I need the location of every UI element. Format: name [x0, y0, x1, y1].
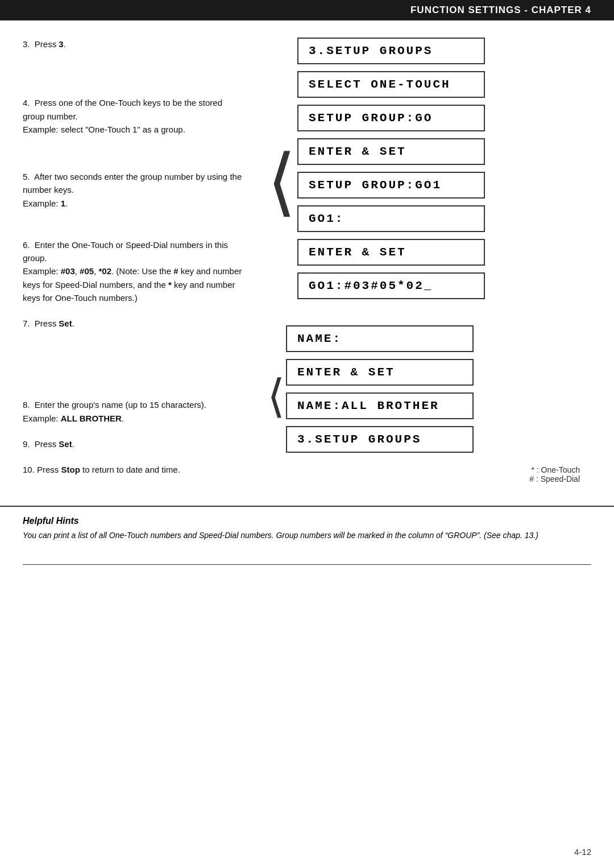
lcd-name-all-brother: NAME:ALL BROTHER [286, 392, 474, 419]
lcd-group-2: ⟨ NAME: ENTER & SET NAME:ALL BROTHER 3.S… [273, 325, 474, 456]
step-5: 5. After two seconds enter the group num… [23, 170, 244, 210]
lcd-setup-groups-1: 3.SETUP GROUPS [297, 38, 485, 64]
lcd-go1-numbers: GO1:#03#05*02_ [297, 272, 485, 299]
step-4: 4. Press one of the One-Touch keys to be… [23, 96, 244, 136]
lcd-enter-set-3: ENTER & SET [286, 359, 474, 386]
lcd-group-1: ⟨ 3.SETUP GROUPS SELECT ONE-TOUCH SETUP … [273, 38, 485, 303]
step-8: 8. Enter the group's name (up to 15 char… [23, 398, 244, 425]
bracket-arrow-1: ⟨ [267, 144, 296, 218]
footnote-star: * : One-Touch [273, 465, 580, 474]
right-column: ⟨ 3.SETUP GROUPS SELECT ONE-TOUCH SETUP … [256, 38, 591, 489]
bottom-divider [23, 564, 591, 565]
header-bar: FUNCTION SETTINGS - CHAPTER 4 [0, 0, 614, 20]
lcd-setup-group-go1: SETUP GROUP:GO1 [297, 172, 485, 199]
footnote-hash: # : Speed-Dial [273, 474, 580, 483]
helpful-hints-section: Helpful Hints You can print a list of al… [0, 506, 614, 553]
lcd-boxes-group2: NAME: ENTER & SET NAME:ALL BROTHER 3.SET… [286, 325, 474, 456]
lcd-select-one-touch: SELECT ONE-TOUCH [297, 71, 485, 98]
helpful-hints-text: You can print a list of all One-Touch nu… [23, 530, 591, 542]
step-10: 10. Press Stop to return to date and tim… [23, 463, 244, 476]
step-7: 7. Press Set. [23, 317, 244, 330]
lcd-name: NAME: [286, 325, 474, 352]
step-3: 3. Press 3. [23, 38, 244, 51]
lcd-enter-set-1: ENTER & SET [297, 138, 485, 165]
footnotes: * : One-Touch # : Speed-Dial [273, 465, 591, 483]
helpful-hints-title: Helpful Hints [23, 516, 591, 526]
left-column: 3. Press 3. 4. Press one of the One-Touc… [23, 38, 244, 489]
lcd-setup-groups-2: 3.SETUP GROUPS [286, 426, 474, 453]
header-title: FUNCTION SETTINGS - CHAPTER 4 [410, 5, 591, 15]
lcd-go1: GO1: [297, 205, 485, 232]
step-6: 6. Enter the One-Touch or Speed-Dial num… [23, 238, 244, 304]
bracket-arrow-2: ⟨ [267, 374, 285, 419]
lcd-setup-group-go: SETUP GROUP:GO [297, 105, 485, 131]
lcd-enter-set-2: ENTER & SET [297, 239, 485, 266]
lcd-boxes-group1: 3.SETUP GROUPS SELECT ONE-TOUCH SETUP GR… [297, 38, 485, 303]
step-9: 9. Press Set. [23, 437, 244, 450]
page-number: 4-12 [574, 847, 591, 857]
